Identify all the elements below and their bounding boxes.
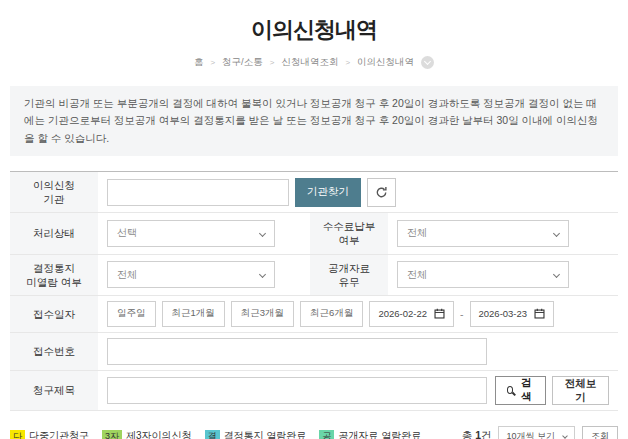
status-label: 처리상태 [10, 213, 98, 253]
period-1month-button[interactable]: 최근1개월 [162, 301, 225, 327]
breadcrumb-item-claim[interactable]: 청구/소통 [222, 56, 263, 69]
chevron-down-icon [562, 434, 568, 439]
legend-third-party: 3자 제3자이의신청 [102, 429, 192, 439]
breadcrumb-item-home[interactable]: 홈 [194, 56, 204, 69]
period-3month-button[interactable]: 최근3개월 [231, 301, 294, 327]
open-data-select-value: 전체 [407, 268, 427, 282]
status-select-value: 선택 [117, 226, 137, 240]
notice-read-badge: 결 [205, 430, 220, 439]
legend-notice-read: 결 결정통지 열람완료 [205, 429, 307, 439]
date-to-input[interactable]: 2026-03-23 [470, 301, 555, 327]
open-data-select[interactable]: 전체 [397, 261, 569, 288]
fee-select-value: 전체 [407, 226, 427, 240]
status-select[interactable]: 선택 [107, 220, 275, 247]
chevron-down-icon [553, 271, 560, 278]
open-data-read-badge: 공 [319, 430, 334, 439]
receipt-no-input[interactable] [107, 338, 487, 365]
claim-title-input[interactable] [107, 377, 487, 404]
form-row-notice-open: 결정통지 미열람 여부 전체 공개자료 유무 전체 [10, 255, 618, 296]
fee-label: 수수료납부 여부 [310, 213, 388, 253]
search-button-label: 검색 [518, 376, 533, 404]
fee-select[interactable]: 전체 [397, 220, 569, 247]
breadcrumb: 홈 > 청구/소통 > 신청내역조회 > 이의신청내역 [0, 56, 628, 69]
inquiry-button[interactable]: 조회 [582, 426, 618, 439]
date-to-value: 2026-03-23 [479, 308, 528, 319]
chevron-down-icon [553, 230, 560, 237]
notice-text: 기관의 비공개 또는 부분공개의 결정에 대하여 불복이 있거나 정보공개 청구… [24, 97, 598, 144]
page-title: 이의신청내역 [0, 15, 628, 45]
legend-open-data-read-label: 공개자료 열람완료 [338, 429, 421, 439]
period-6month-button[interactable]: 최근6개월 [300, 301, 363, 327]
search-button[interactable]: 검색 [495, 376, 546, 405]
legend-third-party-label: 제3자이의신청 [126, 429, 192, 439]
chevron-down-icon [259, 230, 266, 237]
legend-multi-agency-label: 다중기관청구 [29, 429, 89, 439]
calendar-icon [534, 308, 545, 319]
chevron-down-icon [259, 271, 266, 278]
org-label: 이의신청 기관 [10, 172, 98, 212]
page-size-value: 10개씩 보기 [506, 430, 555, 439]
total-count: 총 1건 [462, 429, 492, 439]
legend-multi-agency: 다 다중기관청구 [10, 429, 89, 439]
notice-unread-select-value: 전체 [117, 268, 137, 282]
search-form: 이의신청 기관 기관찾기 처리상태 선택 수수료납부 여부 [10, 171, 618, 411]
date-from-value: 2026-02-22 [378, 308, 427, 319]
form-row-status-fee: 처리상태 선택 수수료납부 여부 전체 [10, 213, 618, 254]
legend-toolbar: 다 다중기관청구 3자 제3자이의신청 결 결정통지 열람완료 공 공개자료 열… [10, 426, 618, 439]
third-party-badge: 3자 [102, 430, 122, 439]
form-row-org: 이의신청 기관 기관찾기 [10, 172, 618, 213]
chevron-down-circle-icon[interactable] [421, 56, 434, 69]
org-input[interactable] [107, 179, 289, 206]
search-icon [507, 386, 513, 394]
form-row-title: 청구제목 검색 전체보기 [10, 371, 618, 411]
form-row-receipt-no: 접수번호 [10, 333, 618, 371]
date-label: 접수일자 [10, 296, 98, 332]
calendar-icon [434, 308, 445, 319]
date-from-input[interactable]: 2026-02-22 [369, 301, 454, 327]
date-range-separator: - [460, 308, 464, 320]
open-data-label: 공개자료 유무 [310, 255, 388, 295]
claim-title-label: 청구제목 [10, 371, 98, 410]
legend-notice-read-label: 결정통지 열람완료 [224, 429, 307, 439]
find-org-button[interactable]: 기관찾기 [295, 178, 361, 207]
breadcrumb-item-current: 이의신청내역 [357, 56, 414, 69]
notice-box: 기관의 비공개 또는 부분공개의 결정에 대하여 불복이 있거나 정보공개 청구… [10, 86, 618, 156]
period-week-button[interactable]: 일주일 [107, 301, 156, 327]
form-row-date: 접수일자 일주일 최근1개월 최근3개월 최근6개월 2026-02-22 - [10, 296, 618, 333]
breadcrumb-separator: > [210, 58, 215, 67]
notice-unread-select[interactable]: 전체 [107, 261, 275, 288]
refresh-button[interactable] [367, 178, 396, 207]
legend-open-data-read: 공 공개자료 열람완료 [319, 429, 421, 439]
receipt-no-label: 접수번호 [10, 333, 98, 370]
view-all-button[interactable]: 전체보기 [552, 376, 609, 405]
refresh-icon [375, 186, 388, 199]
breadcrumb-item-history[interactable]: 신청내역조회 [281, 56, 338, 69]
breadcrumb-separator: > [345, 58, 350, 67]
page-size-select[interactable]: 10개씩 보기 [498, 426, 575, 439]
breadcrumb-separator: > [270, 58, 275, 67]
multi-agency-badge: 다 [10, 430, 25, 439]
notice-unread-label: 결정통지 미열람 여부 [10, 255, 98, 295]
